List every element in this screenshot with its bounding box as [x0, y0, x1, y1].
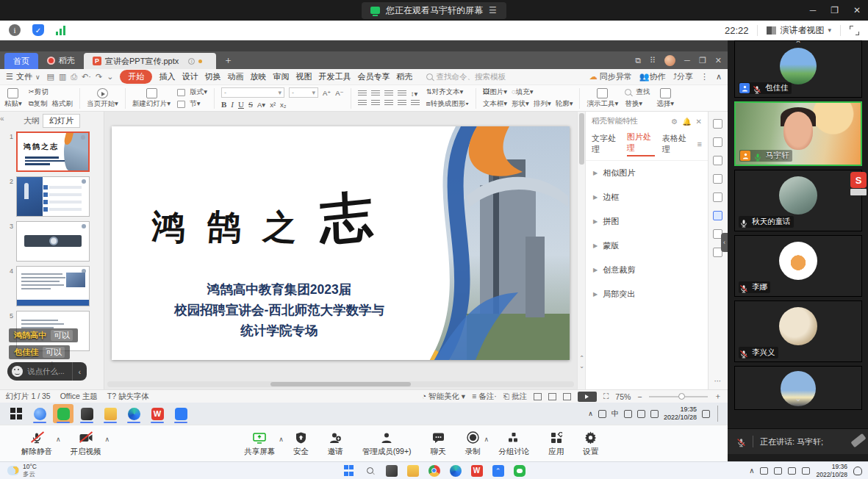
taskbar-app-edge[interactable] — [123, 404, 144, 423]
font-size-select[interactable]: -▾ — [289, 87, 318, 98]
network-icon[interactable] — [637, 410, 645, 418]
superscript-button[interactable]: x² — [270, 101, 276, 109]
strip-tool-icon[interactable] — [713, 119, 722, 129]
participant-tile-partial[interactable]: ⌄ — [734, 366, 862, 410]
menu-animation[interactable]: 动画 — [227, 71, 243, 82]
scroll-down-chevron-icon[interactable]: ⌄ — [795, 393, 802, 403]
invite-button[interactable]: 邀请 — [328, 431, 343, 457]
fill-button[interactable]: ◌填充▾ — [512, 87, 533, 97]
open-icon[interactable]: ▤ — [46, 72, 54, 82]
vertical-scrollbar[interactable]: ⌃⌄ — [577, 112, 585, 389]
participant-tile[interactable]: 李兴义 — [734, 300, 862, 362]
pane-item-mask[interactable]: ▶蒙版 — [586, 234, 708, 258]
taskbar-weather-widget[interactable]: 10°C多云 — [0, 464, 37, 478]
edge-icon[interactable] — [450, 465, 462, 477]
strikethrough-button[interactable]: S — [248, 100, 253, 109]
wifi-icon[interactable] — [774, 467, 782, 475]
participant-tile[interactable]: 秋天的童话 — [734, 170, 862, 231]
align-left-icon[interactable] — [358, 100, 367, 107]
picture-button[interactable]: 🖼图片▾ — [483, 87, 507, 97]
resize-grip[interactable] — [850, 433, 866, 447]
pane-item-similar-image[interactable]: ▶相似图片 — [586, 161, 708, 185]
video-options-caret[interactable]: ∧ — [105, 436, 110, 443]
strip-tool-icon[interactable] — [713, 192, 722, 202]
shape-button[interactable]: 形状▾ — [512, 99, 529, 109]
font-increase-button[interactable]: A⁺ — [323, 89, 331, 97]
start-video-button[interactable]: 开启视频 — [71, 431, 101, 457]
breakout-rooms-button[interactable]: 分组讨论 — [498, 431, 529, 457]
search-button[interactable] — [365, 465, 376, 477]
pane-tab-table[interactable]: 表格处理 — [662, 133, 690, 155]
taskbar-app-wechat-active[interactable] — [53, 404, 73, 423]
view-mode-selector[interactable]: 演讲者视图 ▾ — [767, 24, 831, 37]
align-right-icon[interactable] — [384, 100, 393, 107]
chat-collapse-icon[interactable]: ‹ — [72, 362, 87, 381]
system-clock[interactable]: 19:362022/10/28 — [816, 463, 847, 478]
presenter-start-button[interactable] — [10, 408, 22, 419]
new-slide-button[interactable]: 新建幻灯片▾ — [132, 88, 171, 109]
select-button[interactable]: 选择▾ — [656, 88, 674, 109]
my-mic-muted-icon[interactable] — [736, 437, 746, 447]
layout-button[interactable]: 版式▾ — [190, 87, 207, 97]
gear-icon[interactable]: ⚙ — [671, 118, 678, 126]
collaborate-button[interactable]: 👥协作 — [639, 71, 666, 82]
find-button[interactable]: 查找 — [636, 87, 650, 97]
file-menu[interactable]: ☰ 文件 ∨ — [6, 71, 40, 82]
share-screen-button[interactable]: 共享屏幕 — [244, 431, 275, 457]
network-quality-icon[interactable] — [56, 26, 65, 35]
italic-button[interactable]: I — [231, 100, 234, 109]
sidebar-collapse-handle[interactable]: ‹ — [721, 233, 728, 252]
bell-icon[interactable]: 🔔 — [682, 118, 691, 126]
section-button[interactable]: 节▾ — [190, 99, 200, 109]
presentation-tools-button[interactable]: 演示工具▾ — [587, 88, 618, 109]
taskbar-app-meeting[interactable] — [171, 404, 191, 423]
zoom-slider-thumb[interactable] — [678, 393, 685, 400]
cut-button[interactable]: ✂剪切 — [29, 87, 49, 97]
security-button[interactable]: 安全 — [293, 431, 309, 457]
restore-button[interactable]: ❐ — [831, 5, 839, 15]
participant-tile-speaking[interactable]: 马宇轩 — [734, 101, 862, 166]
battery-icon[interactable] — [650, 410, 659, 418]
slide-thumbnail-3[interactable] — [16, 221, 90, 262]
pane-item-collage[interactable]: ▶拼图 — [586, 209, 708, 234]
strip-more-icon[interactable]: ⋯ — [714, 377, 722, 385]
tray-icon[interactable] — [598, 410, 606, 418]
number-list-icon[interactable] — [371, 90, 380, 97]
chrome-icon[interactable] — [428, 465, 440, 477]
menu-docer[interactable]: 稻壳 — [396, 71, 412, 82]
taskbar-app-browser[interactable] — [29, 404, 50, 423]
menu-insert[interactable]: 插入 — [159, 71, 175, 82]
settings-button[interactable]: 设置 — [583, 431, 598, 457]
menu-member[interactable]: 会员专享 — [357, 71, 390, 82]
taskbar-app-explorer[interactable] — [100, 404, 121, 423]
record-button[interactable]: 录制 — [465, 431, 481, 457]
zoom-in-button[interactable]: ＋ — [714, 392, 722, 402]
slide-thumbnail-4[interactable] — [16, 266, 90, 306]
pane-item-creative-crop[interactable]: ▶创意裁剪 — [586, 258, 708, 282]
tab-home[interactable]: 首页 — [4, 53, 38, 69]
chat-button[interactable]: 聊天 — [431, 431, 446, 457]
align-center-icon[interactable] — [371, 100, 380, 107]
sorter-view-icon[interactable] — [548, 393, 556, 400]
slideshow-play-button[interactable] — [578, 392, 597, 402]
missing-font-warning[interactable]: T? 缺失字体 — [107, 392, 149, 402]
font-color-button[interactable]: A▾ — [257, 101, 265, 109]
ime-indicator[interactable]: 中 — [611, 408, 619, 419]
strip-tool-icon[interactable] — [713, 137, 722, 147]
panel-collapse-icon[interactable]: « — [0, 115, 4, 123]
show-desktop-strip[interactable] — [717, 406, 720, 422]
menu-review[interactable]: 审阅 — [273, 71, 289, 82]
justify-icon[interactable] — [398, 100, 406, 107]
docked-app-badge[interactable]: S — [850, 172, 868, 197]
apps-button[interactable]: 应用 — [548, 431, 564, 457]
menu-view[interactable]: 视图 — [295, 71, 312, 82]
volume-icon[interactable] — [624, 410, 632, 418]
tab-slides[interactable]: 幻灯片 — [43, 114, 80, 128]
smart-beautify-button[interactable]: ◔ 智能美化 ▾ — [422, 392, 465, 402]
menu-devtools[interactable]: 开发工具 — [318, 71, 351, 82]
chat-input[interactable]: 说点什么... — [7, 362, 72, 381]
unmute-button[interactable]: 解除静音 — [21, 431, 52, 457]
bullet-list-icon[interactable] — [358, 90, 367, 97]
pane-item-border[interactable]: ▶边框 — [586, 185, 708, 209]
format-painter-button[interactable]: 格式刷 — [52, 99, 73, 109]
